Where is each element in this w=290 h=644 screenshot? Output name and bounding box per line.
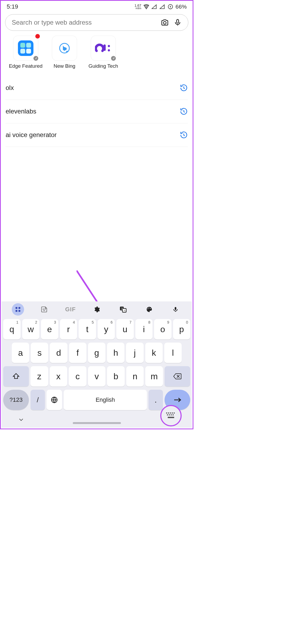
suggestion-item[interactable]: elevenlabs bbox=[6, 100, 188, 123]
suggestion-item[interactable]: ai voice generator bbox=[6, 123, 188, 147]
gif-button[interactable]: GIF bbox=[64, 303, 77, 316]
symbols-key[interactable]: ?123 bbox=[3, 390, 29, 410]
key-o[interactable]: o9 bbox=[154, 319, 171, 339]
shift-key[interactable] bbox=[3, 366, 29, 387]
pin-badge-icon bbox=[110, 55, 116, 61]
backspace-key[interactable] bbox=[165, 366, 190, 387]
key-f[interactable]: f bbox=[69, 343, 86, 363]
key-i[interactable]: i8 bbox=[135, 319, 153, 339]
dial-new-bing[interactable]: New Bing bbox=[47, 36, 82, 69]
svg-rect-16 bbox=[18, 307, 20, 309]
key-s[interactable]: s bbox=[31, 343, 48, 363]
key-d[interactable]: d bbox=[50, 343, 67, 363]
history-icon[interactable] bbox=[180, 84, 188, 92]
guiding-tech-icon bbox=[95, 43, 112, 54]
signal-2-icon: ! bbox=[159, 4, 165, 10]
translate-icon[interactable]: 文A bbox=[117, 303, 129, 316]
dial-edge-featured[interactable]: Edge Featured bbox=[8, 36, 43, 69]
camera-icon[interactable] bbox=[161, 18, 169, 26]
microphone-icon[interactable] bbox=[174, 18, 182, 26]
space-key[interactable]: English bbox=[64, 390, 147, 410]
key-g[interactable]: g bbox=[88, 343, 105, 363]
apps-grid-icon[interactable] bbox=[12, 303, 24, 316]
chevron-down-icon[interactable] bbox=[18, 416, 25, 423]
key-x[interactable]: x bbox=[50, 366, 67, 387]
battery-saver-icon bbox=[167, 4, 173, 10]
key-l[interactable]: l bbox=[164, 343, 182, 363]
key-j[interactable]: j bbox=[126, 343, 143, 363]
sticker-icon[interactable] bbox=[38, 303, 50, 316]
keyboard-toolbar: GIF 文A bbox=[2, 301, 192, 317]
svg-point-27 bbox=[150, 308, 151, 309]
key-u[interactable]: u7 bbox=[116, 319, 134, 339]
svg-point-12 bbox=[108, 45, 110, 47]
key-e[interactable]: e3 bbox=[41, 319, 58, 339]
search-suggestions: olx elevenlabs ai voice generator bbox=[1, 76, 193, 147]
key-n[interactable]: n bbox=[126, 366, 144, 387]
key-q[interactable]: q1 bbox=[3, 319, 21, 339]
key-p[interactable]: p0 bbox=[173, 319, 190, 339]
key-t[interactable]: t5 bbox=[79, 319, 96, 339]
system-nav-bar bbox=[2, 412, 192, 428]
network-speed: 1.67 KiB/s bbox=[135, 4, 141, 10]
nav-handle[interactable] bbox=[73, 422, 121, 424]
key-m[interactable]: m bbox=[145, 366, 163, 387]
key-z[interactable]: z bbox=[30, 366, 48, 387]
soft-keyboard: GIF 文A q1w2e3r4t5y6u7i8o9p0 asdfghjkl zx… bbox=[2, 301, 192, 428]
status-bar: 5:19 1.67 KiB/s ! ! 66% bbox=[1, 1, 193, 13]
key-y[interactable]: y6 bbox=[98, 319, 115, 339]
dial-guiding-tech[interactable]: Guiding Tech bbox=[86, 36, 121, 69]
key-v[interactable]: v bbox=[88, 366, 106, 387]
mic-icon[interactable] bbox=[169, 303, 182, 316]
key-r[interactable]: r4 bbox=[60, 319, 77, 339]
svg-rect-31 bbox=[168, 412, 169, 414]
address-bar[interactable] bbox=[5, 14, 188, 31]
svg-rect-9 bbox=[26, 49, 31, 54]
slash-key[interactable]: / bbox=[30, 390, 45, 410]
svg-point-3 bbox=[163, 21, 166, 24]
edge-featured-icon bbox=[17, 40, 34, 56]
dial-label: Guiding Tech bbox=[89, 63, 118, 69]
svg-rect-33 bbox=[172, 412, 173, 414]
gear-icon[interactable] bbox=[90, 303, 103, 316]
keyboard-icon bbox=[166, 412, 176, 419]
palette-icon[interactable] bbox=[143, 303, 155, 316]
dial-label: New Bing bbox=[54, 63, 75, 69]
svg-rect-37 bbox=[171, 414, 172, 415]
history-icon[interactable] bbox=[180, 131, 188, 139]
search-input[interactable] bbox=[12, 19, 156, 26]
key-k[interactable]: k bbox=[145, 343, 163, 363]
suggestion-item[interactable]: olx bbox=[6, 76, 188, 100]
wifi-icon bbox=[143, 4, 149, 10]
svg-rect-7 bbox=[26, 43, 31, 48]
svg-point-26 bbox=[148, 308, 149, 308]
svg-rect-4 bbox=[177, 20, 179, 23]
svg-rect-35 bbox=[167, 414, 168, 415]
svg-rect-34 bbox=[174, 412, 175, 414]
keyboard-row-3: zxcvbnm bbox=[2, 365, 192, 388]
svg-text:A: A bbox=[124, 309, 125, 312]
pin-badge-icon bbox=[33, 55, 39, 61]
history-icon[interactable] bbox=[180, 107, 188, 115]
svg-rect-30 bbox=[166, 412, 167, 414]
svg-rect-18 bbox=[18, 310, 20, 312]
key-c[interactable]: c bbox=[69, 366, 86, 387]
key-w[interactable]: w2 bbox=[22, 319, 40, 339]
signal-1-icon: ! bbox=[151, 4, 157, 10]
svg-rect-39 bbox=[168, 417, 174, 418]
svg-point-19 bbox=[43, 309, 44, 309]
suggestion-text: olx bbox=[6, 84, 14, 92]
svg-rect-15 bbox=[16, 307, 17, 309]
dial-label: Edge Featured bbox=[9, 63, 43, 69]
language-key[interactable] bbox=[47, 390, 62, 410]
svg-rect-32 bbox=[170, 412, 171, 414]
svg-rect-5 bbox=[18, 40, 33, 56]
period-key[interactable]: . bbox=[148, 390, 163, 410]
svg-rect-6 bbox=[20, 43, 25, 48]
key-a[interactable]: a bbox=[12, 343, 29, 363]
keyboard-switcher-button[interactable] bbox=[160, 405, 182, 426]
key-b[interactable]: b bbox=[107, 366, 125, 387]
key-h[interactable]: h bbox=[107, 343, 124, 363]
speed-dials: Edge Featured New Bing Guiding Tech bbox=[1, 33, 193, 70]
svg-point-20 bbox=[45, 309, 45, 309]
